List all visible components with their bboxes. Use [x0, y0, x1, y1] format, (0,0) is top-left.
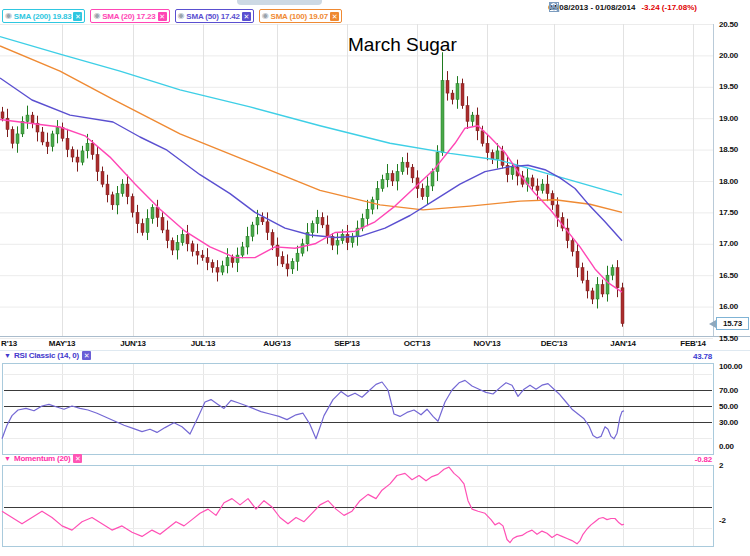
- price-tick-label: 17.50: [719, 208, 738, 217]
- momentum-line: [2, 467, 624, 544]
- zoom-in-icon[interactable]: [720, 1, 733, 13]
- drag-handle-icon[interactable]: ◉: [5, 12, 12, 20]
- momentum-panel-header: ▼ Momentum (20) ✕: [4, 454, 82, 463]
- rsi-tick-label: 100.00: [719, 362, 742, 371]
- price-tick-label: 17.00: [719, 239, 738, 248]
- price-tick-label: 16.50: [719, 271, 738, 280]
- legend-chip-sma-200-[interactable]: ◉SMA (200) 19.83✕: [2, 9, 85, 23]
- legend-chip-sma-20-[interactable]: ◉SMA (20) 17.23✕: [90, 9, 169, 23]
- collapse-momentum-icon[interactable]: ▼: [4, 454, 11, 463]
- rsi-panel-label: RSI Classic (14, 0): [14, 351, 79, 360]
- close-icon[interactable]: ✕: [330, 12, 339, 21]
- legend-chip-label: SMA (20) 17.23: [102, 12, 155, 21]
- rsi-tick-label: 50.00: [719, 402, 738, 411]
- price-tick-label: 20.00: [719, 51, 738, 60]
- last-price-badge: 15.73: [716, 317, 749, 330]
- price-tick-label: 15.50: [719, 334, 738, 343]
- price-tick-label: 18.00: [719, 177, 738, 186]
- toolbar-icons: [705, 1, 748, 13]
- momentum-tick-label: -2: [719, 516, 726, 525]
- price-tick-label: 19.50: [719, 82, 738, 91]
- legend-chip-sma-100-[interactable]: ◉SMA (100) 19.07✕: [259, 9, 342, 23]
- change-readout: -3.24 (-17.08%): [641, 3, 697, 12]
- month-label: JUL'13: [191, 339, 216, 348]
- charting-app: 04/08/2013 - 01/08/2014 -3.24 (-17.08%) …: [0, 0, 750, 556]
- month-label: SEP'13: [334, 339, 360, 348]
- price-tick-label: 16.00: [719, 302, 738, 311]
- momentum-panel-label: Momentum (20): [14, 454, 71, 463]
- collapse-rsi-icon[interactable]: ▼: [4, 351, 11, 360]
- month-label: JAN'14: [610, 339, 636, 348]
- price-tick-label: 20.50: [719, 20, 738, 29]
- legend-chip-label: SMA (50) 17.42: [186, 12, 239, 21]
- overlay-sma-200-: [0, 37, 622, 195]
- month-label: OCT'13: [404, 339, 431, 348]
- expand-icon[interactable]: [705, 1, 718, 13]
- legend-chip-label: SMA (100) 19.07: [271, 12, 329, 21]
- date-range-readout: 04/08/2013 - 01/08/2014: [548, 3, 635, 12]
- legend-chip-label: SMA (200) 19.83: [14, 12, 72, 21]
- rsi-panel-header: ▼ RSI Classic (14, 0) ✕: [4, 351, 91, 360]
- month-label: JUN'13: [120, 339, 146, 348]
- month-label: DEC'13: [541, 339, 568, 348]
- rsi-value: 43.78: [693, 352, 712, 361]
- overlay-sma-50-: [0, 78, 622, 241]
- rsi-tick-label: 70.00: [719, 386, 738, 395]
- chart-canvas[interactable]: [0, 0, 750, 556]
- price-tick-label: 19.00: [719, 114, 738, 123]
- overlay-sma-100-: [0, 46, 622, 212]
- close-icon[interactable]: ✕: [73, 12, 82, 21]
- month-label: MAY'13: [49, 339, 76, 348]
- zoom-out-icon[interactable]: [735, 1, 748, 13]
- momentum-panel-group: [2, 466, 714, 547]
- price-tick-label: 18.50: [719, 145, 738, 154]
- top-toolbar: 04/08/2013 - 01/08/2014 -3.24 (-17.08%): [548, 1, 748, 13]
- chart-title: March Sugar: [348, 34, 457, 56]
- momentum-tick-label: 2: [719, 461, 723, 470]
- month-label: R'13: [1, 339, 17, 348]
- close-icon[interactable]: ✕: [242, 12, 251, 21]
- legend-chip-sma-50-[interactable]: ◉SMA (50) 17.42✕: [175, 9, 254, 23]
- month-label: AUG'13: [263, 339, 290, 348]
- close-icon[interactable]: ✕: [158, 12, 167, 21]
- panel-separator: [0, 350, 750, 351]
- close-rsi-button[interactable]: ✕: [82, 351, 91, 360]
- drag-handle-icon[interactable]: ◉: [262, 12, 269, 20]
- momentum-value: -0.82: [695, 455, 712, 464]
- month-label: NOV'13: [474, 339, 501, 348]
- rsi-tick-label: 30.00: [719, 418, 738, 427]
- drag-handle-icon[interactable]: ◉: [93, 12, 100, 20]
- rsi-tick-label: 0.00: [719, 442, 734, 451]
- last-price-arrow-icon: [709, 320, 716, 328]
- month-label: FEB'14: [680, 339, 706, 348]
- drag-handle-icon[interactable]: ◉: [178, 12, 185, 20]
- rsi-line: [2, 380, 624, 438]
- rsi-panel-group: [2, 364, 714, 455]
- collapsed-panel-tab[interactable]: [237, 0, 322, 5]
- close-momentum-button[interactable]: ✕: [73, 454, 82, 463]
- indicator-legend: ◉SMA (200) 19.83✕◉SMA (20) 17.23✕◉SMA (5…: [2, 9, 342, 23]
